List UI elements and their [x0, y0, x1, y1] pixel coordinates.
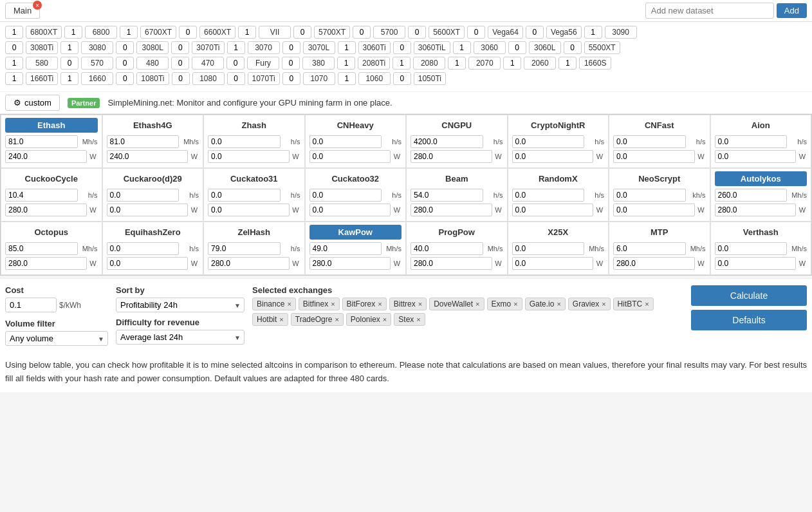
algo-power-input-cnfast[interactable]: [613, 150, 695, 163]
algo-hash-input-aion[interactable]: [715, 135, 788, 148]
gpu-count-input[interactable]: [453, 41, 471, 54]
algo-hash-input-cuckatoo32[interactable]: [309, 189, 382, 202]
algo-power-input-neoscrypt[interactable]: [613, 204, 695, 216]
algo-hash-input-cnheavy[interactable]: [309, 135, 382, 148]
gpu-count-input[interactable]: [282, 41, 300, 54]
algo-hash-input-verthash[interactable]: [715, 242, 788, 255]
gpu-count-input[interactable]: [467, 26, 485, 39]
algo-header-cnheavy[interactable]: CNHeavy: [309, 118, 402, 133]
gpu-count-input[interactable]: [526, 26, 544, 39]
algo-header-cuckatoo31[interactable]: Cuckatoo31: [208, 171, 300, 186]
algo-power-input-autolykos[interactable]: [715, 204, 797, 216]
gpu-count-input[interactable]: [5, 41, 23, 54]
gpu-count-input[interactable]: [64, 26, 82, 39]
algo-power-input-aion[interactable]: [715, 150, 797, 163]
gpu-count-input[interactable]: [408, 26, 426, 39]
algo-header-neoscrypt[interactable]: NeoScrypt: [613, 171, 706, 186]
gpu-count-input[interactable]: [558, 57, 577, 70]
exchange-tag-remove-dovewallet[interactable]: ×: [475, 300, 479, 308]
exchange-tag-remove-bittrex[interactable]: ×: [418, 300, 422, 308]
algo-power-input-cryptonightr[interactable]: [512, 150, 594, 163]
algo-hash-input-beam[interactable]: [411, 189, 483, 202]
algo-hash-input-zhash[interactable]: [208, 135, 281, 148]
algo-header-randomx[interactable]: RandomX: [512, 171, 605, 186]
gpu-count-input[interactable]: [116, 57, 134, 70]
gpu-count-input[interactable]: [392, 57, 411, 70]
algo-hash-input-cnfast[interactable]: [613, 135, 686, 148]
algo-header-octopus[interactable]: Octopus: [5, 225, 98, 240]
gpu-count-input[interactable]: [393, 41, 411, 54]
algo-power-input-beam[interactable]: [411, 204, 492, 216]
algo-power-input-equihashzero[interactable]: [107, 257, 189, 270]
exchange-tag-remove-graviex[interactable]: ×: [602, 300, 605, 308]
gpu-count-input[interactable]: [60, 57, 78, 70]
algo-hash-input-kawpow[interactable]: [309, 242, 382, 255]
algo-header-cuckatoo32[interactable]: Cuckatoo32: [309, 171, 402, 186]
algo-hash-input-randomx[interactable]: [512, 189, 585, 202]
algo-hash-input-cuckoocycle[interactable]: [5, 189, 78, 202]
gpu-count-input[interactable]: [60, 41, 78, 54]
algo-hash-input-octopus[interactable]: [5, 242, 78, 255]
gpu-count-input[interactable]: [293, 26, 311, 39]
gpu-count-input[interactable]: [116, 72, 134, 85]
algo-header-ethash[interactable]: Ethash: [5, 118, 98, 133]
custom-button[interactable]: ⚙ custom: [5, 95, 60, 111]
algo-hash-input-cngpu[interactable]: [411, 135, 483, 148]
gpu-count-input[interactable]: [503, 57, 521, 70]
algo-power-input-cuckoocycle[interactable]: [5, 204, 87, 216]
calculate-button[interactable]: Calculate: [691, 285, 807, 306]
gpu-count-input[interactable]: [338, 41, 356, 54]
algo-power-input-randomx[interactable]: [512, 204, 594, 216]
algo-header-cryptonightr[interactable]: CryptoNightR: [512, 118, 605, 133]
gpu-count-input[interactable]: [120, 26, 138, 39]
gpu-count-input[interactable]: [227, 72, 245, 85]
algo-power-input-cuckarood29[interactable]: [107, 204, 189, 216]
algo-header-autolykos[interactable]: Autolykos: [715, 171, 807, 186]
exchange-tag-remove-tradeogre[interactable]: ×: [335, 316, 338, 323]
gpu-count-input[interactable]: [282, 57, 300, 70]
algo-power-input-progpow[interactable]: [411, 257, 492, 270]
add-dataset-button[interactable]: Add: [777, 3, 807, 18]
exchange-tag-remove-stex[interactable]: ×: [416, 316, 420, 323]
gpu-count-input[interactable]: [60, 72, 78, 85]
gpu-count-input[interactable]: [226, 57, 245, 70]
gpu-count-input[interactable]: [5, 26, 23, 39]
exchange-tag-remove-hitbtc[interactable]: ×: [645, 300, 649, 308]
algo-power-input-kawpow[interactable]: [309, 257, 391, 270]
algo-header-zhash[interactable]: Zhash: [208, 118, 300, 133]
algo-hash-input-ethash4g[interactable]: [107, 135, 180, 148]
gpu-count-input[interactable]: [5, 72, 23, 85]
algo-power-input-cuckatoo32[interactable]: [309, 204, 391, 216]
algo-header-zelhash[interactable]: ZelHash: [208, 225, 300, 240]
algo-hash-input-ethash[interactable]: [5, 135, 78, 148]
algo-power-input-verthash[interactable]: [715, 257, 797, 270]
sort-select[interactable]: Profitability 24h Profitability 1h Name: [116, 298, 245, 312]
exchange-tag-remove-bitforex[interactable]: ×: [378, 300, 382, 308]
gpu-count-input[interactable]: [338, 72, 356, 85]
algo-header-verthash[interactable]: Verthash: [715, 225, 807, 240]
algo-hash-input-cuckarood29[interactable]: [107, 189, 180, 202]
algo-header-aion[interactable]: Aion: [715, 118, 807, 133]
algo-power-input-cnheavy[interactable]: [309, 150, 391, 163]
exchange-tag-remove-poloniex[interactable]: ×: [383, 316, 387, 323]
algo-power-input-cuckatoo31[interactable]: [208, 204, 290, 216]
algo-header-x25x[interactable]: X25X: [512, 225, 605, 240]
algo-header-cnfast[interactable]: CNFast: [613, 118, 706, 133]
cost-input[interactable]: [5, 298, 57, 312]
gpu-count-input[interactable]: [564, 41, 582, 54]
gpu-count-input[interactable]: [179, 26, 197, 39]
gpu-count-input[interactable]: [172, 72, 190, 85]
algo-hash-input-mtp[interactable]: [613, 242, 686, 255]
algo-power-input-octopus[interactable]: [5, 257, 87, 270]
gpu-count-input[interactable]: [393, 72, 411, 85]
algo-hash-input-neoscrypt[interactable]: [613, 189, 686, 202]
algo-power-input-ethash4g[interactable]: [107, 150, 189, 163]
algo-power-input-zhash[interactable]: [208, 150, 290, 163]
gpu-count-input[interactable]: [508, 41, 526, 54]
algo-header-cuckoocycle[interactable]: CuckooCycle: [5, 171, 98, 186]
gpu-count-input[interactable]: [116, 41, 134, 54]
algo-hash-input-equihashzero[interactable]: [107, 242, 180, 255]
algo-header-progpow[interactable]: ProgPow: [411, 225, 503, 240]
gpu-count-input[interactable]: [171, 57, 189, 70]
algo-header-beam[interactable]: Beam: [411, 171, 503, 186]
